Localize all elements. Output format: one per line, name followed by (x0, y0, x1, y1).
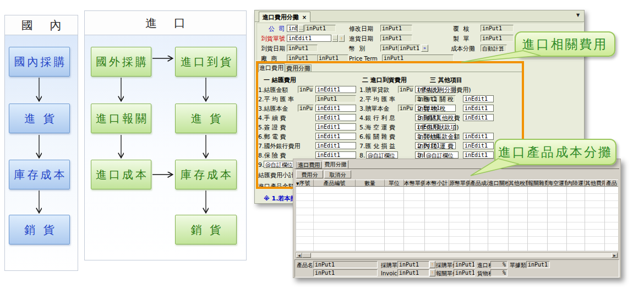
s2-row2-label: 2.平 均 匯 率 (359, 96, 395, 103)
s1-row3-edit[interactable]: inEdit1 (315, 105, 356, 112)
s3-g2-row1-edit[interactable]: inEdit1 (463, 133, 494, 140)
scroll-left-icon[interactable]: ◀ (296, 253, 302, 258)
company-lookup-button[interactable]: … (298, 25, 304, 32)
company-label: 公 司 (269, 25, 286, 32)
cost-alloc-value[interactable]: 自動計算 (481, 45, 507, 52)
col-other-tax[interactable]: 其他稅費 (509, 180, 528, 187)
col-product-cost[interactable]: 產品成本 (470, 180, 488, 187)
col-local-subtotal[interactable]: 本幣小計 (425, 180, 449, 187)
review-value: inPut1 (481, 25, 514, 32)
s1-row3-amount: inPut (298, 105, 314, 112)
scrollbar-thumb[interactable] (302, 253, 311, 258)
s2-row4-label: 4.銀 行 利 息 (359, 115, 395, 122)
arrival-no-up-button[interactable]: ↑ (339, 35, 345, 42)
s3-g1-row1-label: 1.進 口 關 稅 (418, 96, 454, 103)
currency-name-value: inPut1 (398, 45, 420, 52)
arrival-date-value: inPut1 (287, 45, 318, 52)
s1-row5-edit[interactable]: inEdit1 (315, 123, 356, 131)
footnote-text: ※ 1.若本批 (264, 195, 296, 202)
col-inland-freight[interactable]: 內陸運費 (567, 180, 585, 187)
arrival-no-input[interactable]: inEdit1 (287, 35, 331, 42)
product-name-value2: inPut1 (313, 269, 378, 276)
s1-row1-edit[interactable]: inEdit1 (315, 86, 356, 93)
s1-row2-value: inPut1 (315, 95, 356, 102)
col-sea-air-freight[interactable]: 海空運費 (548, 180, 567, 187)
col-import-duty[interactable]: 進口關稅 (488, 180, 509, 187)
cancel-allocation-button[interactable]: 取消分攤 (324, 170, 351, 178)
s1-row4-label: 4.手 續 費 (258, 115, 286, 122)
s2-row6-label: 6.報 關 雜 費 (359, 133, 395, 140)
table-hscrollbar[interactable]: ◀ ▶ (296, 252, 618, 258)
po-price-value: inPut1 (454, 261, 475, 268)
s2-row7-label: 7.匯 兌 損 益 (359, 143, 395, 150)
s1-row9-label: 9. (258, 161, 264, 168)
tab-list-dropdown-icon[interactable]: ▼ (576, 13, 580, 18)
col-qty[interactable]: 數量 (356, 180, 385, 187)
col-product-no[interactable]: 產品編號 (314, 180, 356, 187)
invoice-jump-button[interactable]: ↑ (429, 269, 435, 276)
col-unit[interactable]: 單位 (385, 180, 404, 187)
tab-fee-allocation[interactable]: 費用分攤 (285, 64, 312, 72)
price-term-label: Price Term (349, 55, 378, 62)
s3-g2-row2-edit[interactable]: inEdit1 (463, 142, 494, 149)
doc-type-value: inPut1 (526, 261, 550, 268)
review-label: 覆 核 (453, 25, 471, 32)
s3-g2-row3-custom-field[interactable]: @自訂欄位 (424, 151, 459, 159)
screenshot-canvas: 國 內 進 口 國內採購 進 貨 庫存成本 銷 貨 國外採購 進口報關 進口成本… (0, 0, 644, 299)
s3-g2-row3-edit[interactable]: inEdit1 (463, 151, 494, 159)
scroll-right-icon[interactable]: ▶ (612, 253, 618, 258)
s3-g1-row2-label: 2.貨 物 稅 (418, 105, 446, 112)
arrival-date-label: 到貨日期 (261, 45, 285, 52)
detail-panel: 產品名稱 inPut1 inPut1 採購單號 inPut1 ↑ Invoice… (294, 259, 619, 278)
tab-import-fee-allocation[interactable]: 進口費用分攤 × (259, 12, 310, 22)
tab-import-fees[interactable]: 進口費用 (258, 63, 285, 72)
s2-row8-custom-field[interactable]: @自訂欄位 (366, 151, 398, 159)
currency-label: 幣 別 (349, 45, 367, 52)
frag-tab-import-fees[interactable]: 進口費用 (296, 161, 322, 168)
product-name-value: inPut1 (313, 261, 378, 268)
currency-expand-button[interactable]: » (421, 45, 428, 52)
s3-g1-row2-edit[interactable]: inEdit1 (463, 105, 494, 112)
s2-row3-amount: inPut (398, 105, 414, 112)
goods-tax-value: % (490, 269, 507, 276)
s1-row7-edit[interactable]: inEdit1 (315, 142, 356, 149)
cost-alloc-label: 成本分攤 (451, 45, 475, 52)
section-other-title: 三 其他項目 (430, 76, 462, 84)
vendor-label: 廠 商 (261, 55, 279, 62)
product-table-body[interactable] (296, 187, 618, 251)
s1-row6-edit[interactable]: inEdit1 (315, 133, 356, 140)
col-local-price[interactable]: 本幣單價 (404, 180, 425, 187)
col-orig-price[interactable]: 原幣單價 (449, 180, 470, 187)
tab-close-icon[interactable]: × (302, 14, 307, 20)
modify-date-label: 修改日期 (349, 25, 373, 32)
s3-g2-row1-label: 1.其他帳款金額 (418, 133, 460, 140)
allocate-fees-button[interactable]: 費用分攤 (296, 170, 323, 178)
currency-code-value: inPut (380, 45, 398, 52)
s1-row8-edit[interactable]: inEdit1 (315, 151, 356, 159)
customs-price-value: inPut1 (454, 269, 475, 276)
s3-g1-row3-edit[interactable]: inEdit1 (463, 114, 494, 121)
s3-g1-row1-edit[interactable]: inEdit1 (463, 95, 494, 102)
document-tab-strip: 進口費用分攤 × ▼ (255, 10, 584, 22)
col-other-fee[interactable]: 其他費用 (585, 180, 605, 187)
col-customs-fee[interactable]: 報關雜費 (528, 180, 548, 187)
s1-row5-label: 5.簽 證 費 (258, 124, 286, 131)
maker-label: 製 單 (453, 35, 471, 42)
po-jump-button[interactable]: ↑ (429, 261, 435, 268)
arrival-no-lookup-button[interactable]: … (332, 35, 338, 42)
s1-row6-label: 6.郵 電 費 (258, 133, 286, 140)
s1-row1-label: 1.結匯金額 (258, 86, 288, 94)
s3-group1-label: (非依比例分攤費用) (418, 86, 471, 94)
s1-row2-label: 2.平 均 匯 率 (258, 96, 294, 103)
flow-arrows (0, 0, 253, 275)
col-seq[interactable]: ▼序號 (296, 180, 314, 187)
s1-row7-label: 7.國外銀行費用 (258, 143, 301, 150)
s2-row5-label: 5.海 空 運 費 (359, 124, 395, 131)
invoice-value: inPut1 (397, 269, 429, 276)
s1-row4-edit[interactable]: inEdit1 (315, 114, 356, 121)
col-partial[interactable]: 產品 (605, 180, 618, 187)
section-arrival-title: 二 進口到貨費用 (362, 76, 407, 84)
frag-tab-fee-allocation[interactable]: 費用分攤 (323, 160, 348, 168)
s2-row3-label: 3.贖單本金 (359, 105, 390, 112)
company-edit[interactable]: inE (287, 25, 298, 32)
